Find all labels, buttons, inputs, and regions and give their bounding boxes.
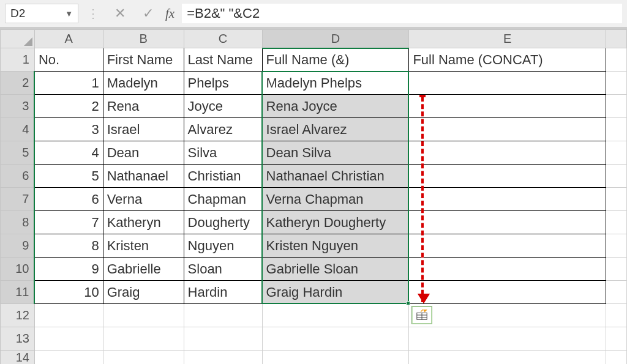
- row-header-1[interactable]: 1: [1, 48, 35, 72]
- cell-D11[interactable]: Graig Hardin: [262, 281, 409, 304]
- cell-E7[interactable]: [409, 188, 606, 211]
- cell-E2[interactable]: [409, 72, 606, 95]
- cell-A7[interactable]: 6: [34, 188, 103, 211]
- cell-D9[interactable]: Kristen Nguyen: [262, 234, 409, 258]
- cell-A14[interactable]: [34, 351, 103, 365]
- col-header-extra[interactable]: [606, 30, 627, 48]
- cell-C4[interactable]: Alvarez: [184, 118, 262, 141]
- row-header-11[interactable]: 11: [1, 281, 35, 304]
- cell-E5[interactable]: [409, 141, 606, 165]
- row-header-4[interactable]: 4: [1, 118, 35, 141]
- cell-B7[interactable]: Verna: [103, 188, 184, 211]
- row-header-7[interactable]: 7: [1, 188, 35, 211]
- cell-F14[interactable]: [606, 351, 627, 365]
- cell-D4[interactable]: Israel Alvarez: [262, 118, 409, 141]
- cell-C2[interactable]: Phelps: [184, 72, 262, 95]
- cell-B11[interactable]: Graig: [103, 281, 184, 304]
- cell-F10[interactable]: [606, 258, 627, 281]
- cell-C13[interactable]: [184, 327, 262, 351]
- cell-F4[interactable]: [606, 118, 627, 141]
- autofill-options-button[interactable]: [411, 306, 432, 324]
- cell-C9[interactable]: Nguyen: [184, 234, 262, 258]
- cell-F9[interactable]: [606, 234, 627, 258]
- cell-C5[interactable]: Silva: [184, 141, 262, 165]
- cell-C7[interactable]: Chapman: [184, 188, 262, 211]
- cell-F13[interactable]: [606, 327, 627, 351]
- cell-B14[interactable]: [103, 351, 184, 365]
- row-header-3[interactable]: 3: [1, 95, 35, 118]
- cell-A9[interactable]: 8: [34, 234, 103, 258]
- cell-B6[interactable]: Nathanael: [103, 165, 184, 188]
- cell-C8[interactable]: Dougherty: [184, 211, 262, 234]
- cell-A1[interactable]: No.: [34, 48, 103, 72]
- cell-D12[interactable]: [262, 304, 409, 327]
- cell-A8[interactable]: 7: [34, 211, 103, 234]
- row-header-2[interactable]: 2: [1, 72, 35, 95]
- cell-B13[interactable]: [103, 327, 184, 351]
- cell-F8[interactable]: [606, 211, 627, 234]
- cell-C6[interactable]: Christian: [184, 165, 262, 188]
- cell-D5[interactable]: Dean Silva: [262, 141, 409, 165]
- cell-D6[interactable]: Nathanael Christian: [262, 165, 409, 188]
- cell-D1[interactable]: Full Name (&): [262, 48, 409, 72]
- cell-E12[interactable]: [409, 304, 606, 327]
- cell-E8[interactable]: [409, 211, 606, 234]
- col-header-D[interactable]: D: [262, 30, 409, 48]
- cell-E10[interactable]: [409, 258, 606, 281]
- cell-A13[interactable]: [34, 327, 103, 351]
- row-header-6[interactable]: 6: [1, 165, 35, 188]
- row-header-8[interactable]: 8: [1, 211, 35, 234]
- cell-D14[interactable]: [262, 351, 409, 365]
- cell-C12[interactable]: [184, 304, 262, 327]
- cell-E9[interactable]: [409, 234, 606, 258]
- spreadsheet-grid[interactable]: A B C D E 1 No. First Name Last Name Ful…: [0, 29, 627, 364]
- cell-F5[interactable]: [606, 141, 627, 165]
- cell-B2[interactable]: Madelyn: [103, 72, 184, 95]
- col-header-E[interactable]: E: [409, 30, 606, 48]
- cell-D3[interactable]: Rena Joyce: [262, 95, 409, 118]
- fx-icon[interactable]: fx: [165, 6, 175, 21]
- col-header-A[interactable]: A: [34, 30, 103, 48]
- cell-B1[interactable]: First Name: [103, 48, 184, 72]
- cell-C10[interactable]: Sloan: [184, 258, 262, 281]
- cell-E1[interactable]: Full Name (CONCAT): [409, 48, 606, 72]
- row-header-13[interactable]: 13: [1, 327, 35, 351]
- cell-B12[interactable]: [103, 304, 184, 327]
- col-header-C[interactable]: C: [184, 30, 262, 48]
- cell-F12[interactable]: [606, 304, 627, 327]
- row-header-14[interactable]: 14: [1, 351, 35, 365]
- cell-A4[interactable]: 3: [34, 118, 103, 141]
- cell-A3[interactable]: 2: [34, 95, 103, 118]
- cell-B10[interactable]: Gabrielle: [103, 258, 184, 281]
- cell-D13[interactable]: [262, 327, 409, 351]
- cell-A12[interactable]: [34, 304, 103, 327]
- cell-C11[interactable]: Hardin: [184, 281, 262, 304]
- cell-D8[interactable]: Katheryn Dougherty: [262, 211, 409, 234]
- formula-input[interactable]: [182, 4, 622, 23]
- col-header-B[interactable]: B: [103, 30, 184, 48]
- cell-F7[interactable]: [606, 188, 627, 211]
- cell-E11[interactable]: [409, 281, 606, 304]
- cell-A11[interactable]: 10: [34, 281, 103, 304]
- cell-F11[interactable]: [606, 281, 627, 304]
- cell-D10[interactable]: Gabrielle Sloan: [262, 258, 409, 281]
- select-all-corner[interactable]: [1, 30, 35, 48]
- cell-D7[interactable]: Verna Chapman: [262, 188, 409, 211]
- cell-E3[interactable]: [409, 95, 606, 118]
- cell-C14[interactable]: [184, 351, 262, 365]
- row-header-5[interactable]: 5: [1, 141, 35, 165]
- cell-C3[interactable]: Joyce: [184, 95, 262, 118]
- row-header-10[interactable]: 10: [1, 258, 35, 281]
- cell-B3[interactable]: Rena: [103, 95, 184, 118]
- cell-A6[interactable]: 5: [34, 165, 103, 188]
- row-header-12[interactable]: 12: [1, 304, 35, 327]
- cell-B8[interactable]: Katheryn: [103, 211, 184, 234]
- cell-E6[interactable]: [409, 165, 606, 188]
- cell-F3[interactable]: [606, 95, 627, 118]
- cell-E14[interactable]: [409, 351, 606, 365]
- cell-A5[interactable]: 4: [34, 141, 103, 165]
- cell-E4[interactable]: [409, 118, 606, 141]
- name-box[interactable]: D2 ▼: [5, 4, 78, 23]
- cell-B4[interactable]: Israel: [103, 118, 184, 141]
- cell-D2[interactable]: Madelyn Phelps: [262, 72, 409, 95]
